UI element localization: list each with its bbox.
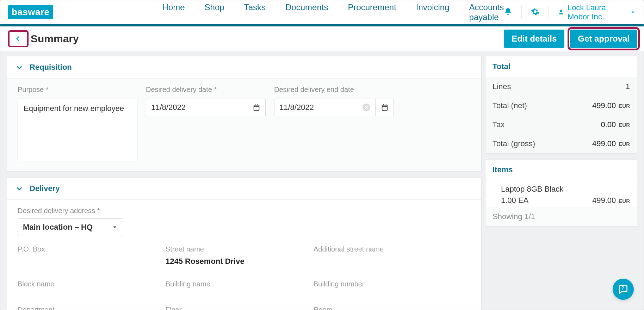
purpose-input[interactable] [18,99,137,161]
address-select[interactable]: Main location – HQ [18,218,123,236]
department-label: Department [18,306,166,310]
gross-label: Total (gross) [493,139,535,148]
address-grid: P.O. Box Street name1245 Rosemont Drive … [18,245,471,310]
caret-down-icon [112,224,118,230]
back-button[interactable] [8,30,29,47]
gross-value: 499.00 [592,139,616,148]
totals-list: Lines1 Total (net)499.00EUR Tax0.00EUR T… [485,77,637,153]
nav-accounts-payable[interactable]: Accounts payable [469,2,504,22]
requisition-panel: Requisition Purpose * Desired delivery d… [7,56,482,172]
calendar-icon [253,104,260,111]
floor-label: Floor [166,306,314,310]
desired-end-date-label: Desired delivery end date [274,86,394,94]
street-label: Street name [166,245,314,253]
side-column: Total Lines1 Total (net)499.00EUR Tax0.0… [485,51,644,310]
main-nav: Home Shop Tasks Documents Procurement In… [162,2,504,22]
desired-date-label: Desired delivery date * [146,86,266,94]
delivery-header[interactable]: Delivery [7,178,481,200]
nav-separator [521,6,522,18]
chevron-down-icon [16,185,23,192]
get-approval-button[interactable]: Get approval [570,30,637,48]
items-showing: Showing 1/1 [485,207,637,226]
totals-title: Total [485,56,637,77]
bell-icon[interactable] [504,7,512,17]
items-panel: Items Laptop 8GB Black 1.00 EA 499.00 EU… [485,159,637,227]
calendar-icon [381,104,389,111]
nav-home[interactable]: Home [162,2,185,22]
edit-details-button[interactable]: Edit details [504,30,564,48]
items-title: Items [485,160,637,180]
po-box-label: P.O. Box [18,245,166,253]
item-qty: 1.00 EA [501,196,528,205]
chevron-down-icon [16,63,23,71]
gear-icon[interactable] [531,7,539,17]
desired-date-picker-button[interactable] [247,99,266,116]
net-value: 499.00 [592,101,616,110]
page-title: Summary [31,33,79,45]
user-icon [558,8,564,17]
item-price: 499.00 [592,196,616,205]
content: Requisition Purpose * Desired delivery d… [0,51,644,310]
tax-currency: EUR [619,122,630,128]
brand-logo[interactable]: basware [8,5,53,19]
gross-currency: EUR [619,141,630,147]
delivery-body: Desired delivery address * Main location… [7,200,481,310]
additional-street-label: Additional street name [314,245,462,253]
user-label: Lock Laura, Mobor Inc. [568,3,624,21]
tax-value: 0.00 [601,120,616,129]
clear-end-date-icon[interactable]: ✕ [363,104,370,111]
help-button[interactable]: ? [613,279,634,300]
nav-invoicing[interactable]: Invoicing [416,2,450,22]
street-value: 1245 Rosemont Drive [166,257,314,266]
nav-procurement[interactable]: Procurement [348,2,396,22]
nav-separator-2 [549,6,549,18]
net-currency: EUR [619,103,630,109]
delivery-panel: Delivery Desired delivery address * Main… [7,177,482,310]
building-name-label: Building name [166,280,314,288]
page-header: Summary Edit details Get approval [0,26,644,51]
requisition-title: Requisition [30,63,72,72]
desired-end-date-picker-button[interactable] [376,99,394,116]
desired-end-date-input[interactable]: 11/8/2022 ✕ [274,99,376,116]
item-currency: EUR [619,198,630,204]
item-name: Laptop 8GB Black [501,185,630,194]
tax-label: Tax [493,120,504,129]
nav-documents[interactable]: Documents [285,2,328,22]
totals-panel: Total Lines1 Total (net)499.00EUR Tax0.0… [485,56,637,154]
lines-label: Lines [493,82,511,91]
lines-value: 1 [626,82,630,91]
nav-right: Lock Laura, Mobor Inc. [504,3,636,21]
room-label: Room [314,306,462,310]
nav-tasks[interactable]: Tasks [244,2,266,22]
header-actions: Edit details Get approval [504,30,637,48]
svg-text:?: ? [621,285,624,291]
block-label: Block name [18,280,166,288]
chevron-left-icon [15,35,22,42]
desired-date-input[interactable]: 11/8/2022 [146,99,247,116]
purpose-label: Purpose * [18,86,137,94]
caret-down-icon [630,8,636,17]
item-row: Laptop 8GB Black 1.00 EA 499.00 EUR [485,180,637,207]
user-menu[interactable]: Lock Laura, Mobor Inc. [558,3,636,21]
building-number-label: Building number [314,280,462,288]
delivery-title: Delivery [30,184,60,193]
net-label: Total (net) [493,101,527,110]
top-nav: basware Home Shop Tasks Documents Procur… [0,0,644,24]
nav-shop[interactable]: Shop [205,2,224,22]
requisition-body: Purpose * Desired delivery date * 11/8/2… [7,79,481,171]
help-icon: ? [618,284,629,295]
requisition-header[interactable]: Requisition [7,56,481,79]
address-label: Desired delivery address * [18,207,471,215]
main-column: Requisition Purpose * Desired delivery d… [0,51,485,310]
